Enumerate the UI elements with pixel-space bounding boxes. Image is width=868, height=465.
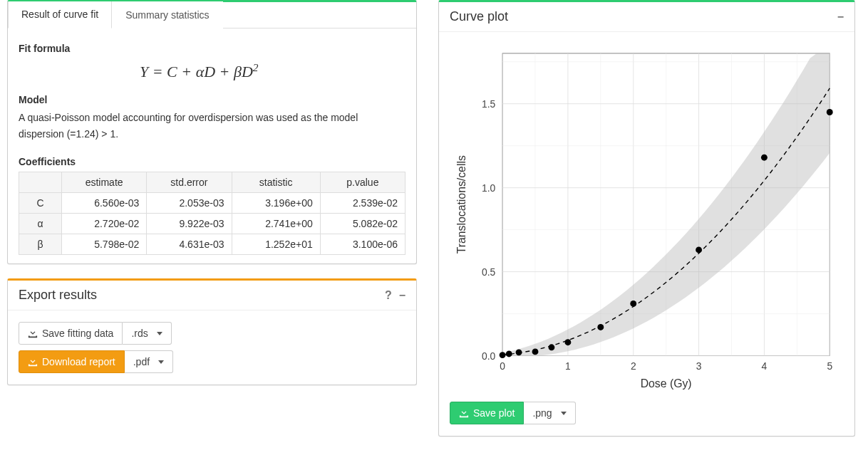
svg-point-21	[506, 351, 512, 357]
save-fitting-format-label: .rds	[131, 328, 148, 339]
collapse-icon[interactable]: −	[837, 11, 844, 23]
collapse-icon[interactable]: −	[399, 289, 405, 302]
save-plot-label: Save plot	[473, 407, 515, 419]
help-icon[interactable]: ?	[385, 289, 392, 302]
download-icon	[28, 328, 38, 338]
svg-point-30	[827, 109, 833, 115]
svg-text:3: 3	[696, 360, 702, 372]
table-header: std.error	[147, 172, 232, 193]
download-report-label: Download report	[42, 356, 115, 367]
coefficients-table: estimatestd.errorstatisticp.value C6.560…	[19, 172, 405, 255]
svg-point-26	[597, 324, 604, 330]
save-plot-format-label: .png	[532, 407, 552, 419]
download-report-format-label: .pdf	[133, 356, 150, 367]
curve-plot-title: Curve plot	[450, 9, 508, 24]
svg-text:5: 5	[827, 360, 832, 372]
table-row: β5.798e-024.631e-031.252e+013.100e-06	[19, 234, 405, 255]
table-header	[19, 172, 62, 193]
svg-text:1.5: 1.5	[482, 98, 496, 110]
download-report-format-dropdown[interactable]: .pdf	[125, 350, 173, 373]
model-label: Model	[19, 94, 405, 105]
download-report-button[interactable]: Download report	[19, 350, 125, 373]
svg-text:1.0: 1.0	[482, 182, 496, 194]
tabs: Result of curve fit Summary statistics	[8, 1, 416, 28]
curve-plot-box: Curve plot − 0123450.00.51.01.5Dose (Gy)…	[438, 0, 855, 437]
svg-point-23	[532, 348, 539, 355]
svg-point-25	[564, 339, 571, 345]
chevron-down-icon	[157, 332, 162, 335]
save-plot-format-dropdown[interactable]: .png	[524, 402, 575, 424]
export-title: Export results	[19, 288, 97, 303]
curve-plot: 0123450.00.51.01.5Dose (Gy)Translocation…	[450, 41, 844, 397]
download-icon	[28, 357, 38, 367]
save-fitting-button[interactable]: Save fitting data	[19, 322, 123, 345]
curve-fit-box: Result of curve fit Summary statistics F…	[7, 0, 417, 264]
tab-result[interactable]: Result of curve fit	[8, 1, 112, 28]
tab-summary[interactable]: Summary statistics	[112, 1, 222, 28]
svg-text:2: 2	[631, 360, 636, 372]
svg-text:4: 4	[762, 360, 768, 372]
svg-text:0.5: 0.5	[482, 266, 496, 278]
save-plot-button[interactable]: Save plot	[450, 402, 524, 424]
svg-text:Translocations/cells: Translocations/cells	[455, 155, 467, 254]
table-row: α2.720e-029.922e-032.741e+005.082e-02	[19, 214, 405, 234]
svg-point-28	[696, 247, 702, 254]
svg-point-29	[761, 155, 768, 161]
svg-point-20	[500, 352, 506, 358]
chevron-down-icon	[158, 360, 164, 364]
svg-text:0.0: 0.0	[482, 350, 496, 362]
table-header: estimate	[62, 172, 147, 193]
fit-formula: Y = C + αD + βD2	[19, 58, 405, 88]
fit-formula-label: Fit formula	[19, 43, 405, 54]
table-header: statistic	[232, 172, 320, 193]
svg-point-24	[548, 344, 554, 350]
svg-point-27	[630, 301, 636, 307]
chevron-down-icon	[561, 412, 567, 415]
table-row: C6.560e-032.053e-033.196e+002.539e-02	[19, 193, 405, 214]
save-fitting-format-dropdown[interactable]: .rds	[123, 322, 171, 345]
save-fitting-label: Save fitting data	[42, 328, 113, 339]
svg-text:Dose (Gy): Dose (Gy)	[641, 377, 692, 390]
svg-text:0: 0	[500, 360, 505, 372]
download-icon	[459, 408, 469, 418]
model-description: A quasi-Poisson model accounting for ove…	[19, 110, 405, 142]
svg-point-22	[516, 349, 522, 355]
table-header: p.value	[320, 172, 405, 193]
coefficients-label: Coefficients	[19, 156, 405, 167]
export-results-box: Export results ? − Save fitting data .rd…	[7, 278, 417, 385]
svg-text:1: 1	[565, 360, 571, 372]
